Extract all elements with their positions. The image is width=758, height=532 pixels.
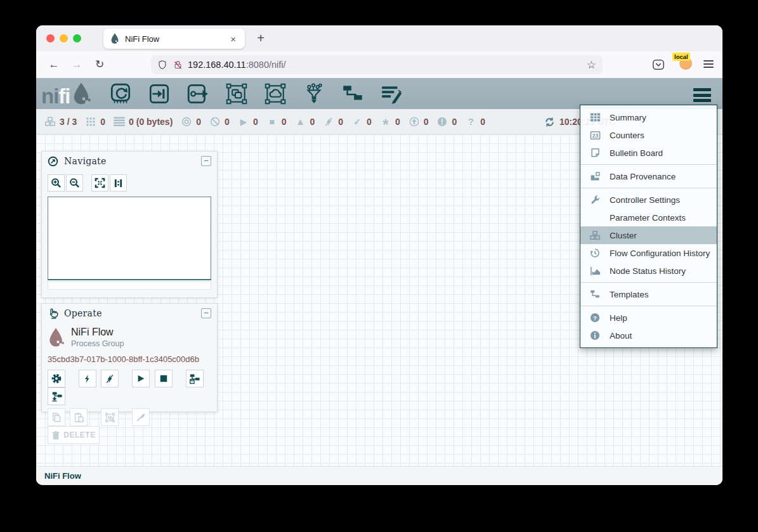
status-invalid: ▲ 0 bbox=[294, 117, 315, 127]
disable-button[interactable] bbox=[101, 370, 119, 387]
status-disabled: 0 bbox=[323, 117, 343, 127]
minimize-button[interactable] bbox=[60, 34, 68, 42]
zoom-fit-button[interactable] bbox=[91, 174, 108, 191]
status-stopped: ■ 0 bbox=[266, 117, 287, 127]
menu-item-data-provenance[interactable]: Data Provenance bbox=[580, 167, 717, 185]
menu-item-templates[interactable]: Templates bbox=[580, 285, 717, 303]
navigate-minimap-scrollbar[interactable] bbox=[48, 282, 211, 290]
paste-button[interactable] bbox=[70, 408, 88, 426]
nifi-drop-icon bbox=[72, 82, 91, 106]
enable-button[interactable] bbox=[79, 370, 96, 387]
menu-item-cluster[interactable]: Cluster bbox=[580, 226, 717, 244]
template-icon[interactable] bbox=[339, 81, 366, 107]
pocket-icon[interactable] bbox=[651, 58, 665, 72]
start-button[interactable] bbox=[132, 370, 150, 387]
configuration-button[interactable] bbox=[48, 370, 65, 387]
operate-panel-header[interactable]: Operate − bbox=[42, 304, 217, 323]
delete-button[interactable]: DELETE bbox=[48, 426, 100, 444]
tab-close-icon[interactable]: × bbox=[228, 33, 239, 45]
counters-icon: 23 bbox=[589, 131, 601, 140]
disabled-icon bbox=[323, 117, 334, 127]
threads-icon bbox=[85, 117, 96, 127]
container-badge: local bbox=[672, 53, 690, 61]
operate-panel-title: Operate bbox=[64, 308, 201, 318]
label-icon[interactable] bbox=[378, 81, 405, 107]
menu-divider bbox=[580, 164, 717, 165]
tab-strip: NiFi Flow × + bbox=[36, 25, 722, 51]
selection-id: 35cbd3b7-017b-1000-8bff-1c3405c00d6b bbox=[48, 354, 211, 364]
tab-title: NiFi Flow bbox=[125, 34, 228, 44]
locally-modified-and-stale-icon bbox=[436, 117, 448, 127]
close-button[interactable] bbox=[46, 34, 55, 42]
menu-item-parameter-contexts[interactable]: Parameter Contexts bbox=[580, 209, 717, 226]
operate-selection: NiFi Flow Process Group bbox=[48, 327, 211, 348]
navigate-panel-title: Navigate bbox=[64, 156, 201, 166]
navigate-collapse-button[interactable]: − bbox=[201, 156, 211, 166]
browser-navbar: ← → ↻ 192.168.40.11:8080/nifi/ ☆ local bbox=[36, 51, 722, 78]
node-status-history-icon bbox=[589, 266, 601, 276]
global-menu: Summary 23 Counters Bulletin Board bbox=[580, 105, 717, 348]
copy-button[interactable] bbox=[48, 408, 65, 426]
menu-item-about[interactable]: About bbox=[580, 327, 717, 344]
browser-tab[interactable]: NiFi Flow × bbox=[103, 29, 245, 49]
status-up-to-date: ✓ 0 bbox=[351, 117, 372, 127]
color-button[interactable] bbox=[132, 408, 150, 426]
menu-item-flow-configuration-history[interactable]: Flow Configuration History bbox=[580, 244, 717, 262]
menu-item-help[interactable]: ? Help bbox=[580, 309, 717, 327]
operate-buttons-row1 bbox=[48, 370, 211, 405]
nifi-favicon bbox=[110, 33, 120, 44]
address-bar[interactable]: 192.168.40.11:8080/nifi/ ☆ bbox=[151, 55, 603, 74]
menu-item-summary[interactable]: Summary bbox=[580, 108, 717, 126]
funnel-icon[interactable] bbox=[301, 81, 327, 107]
shield-icon[interactable] bbox=[157, 60, 167, 70]
queued-icon bbox=[114, 117, 125, 126]
save-template-button[interactable] bbox=[186, 370, 204, 387]
new-tab-button[interactable]: + bbox=[252, 30, 269, 47]
processor-icon[interactable] bbox=[107, 81, 134, 107]
breadcrumb[interactable]: NiFi Flow bbox=[44, 471, 81, 481]
menu-divider bbox=[580, 188, 717, 188]
nifi-global-menu-button[interactable] bbox=[693, 88, 711, 105]
group-button[interactable] bbox=[101, 408, 119, 426]
menu-divider bbox=[580, 306, 717, 306]
upload-template-button[interactable] bbox=[48, 387, 65, 405]
menu-item-controller-settings[interactable]: Controller Settings bbox=[580, 191, 717, 209]
selection-name: NiFi Flow bbox=[71, 327, 124, 338]
zoom-out-button[interactable] bbox=[66, 174, 83, 191]
process-group-drop-icon bbox=[48, 327, 64, 348]
insecure-lock-icon[interactable] bbox=[173, 60, 183, 70]
svg-text:?: ? bbox=[593, 315, 597, 321]
zoom-actual-size-button[interactable] bbox=[110, 174, 127, 191]
navigate-minimap[interactable] bbox=[48, 197, 211, 280]
navigate-compass-icon bbox=[48, 156, 58, 167]
zoom-in-button[interactable] bbox=[48, 174, 65, 191]
svg-text:23: 23 bbox=[592, 132, 598, 138]
forward-icon[interactable]: → bbox=[69, 56, 85, 73]
input-port-icon[interactable] bbox=[146, 81, 173, 107]
operate-hand-icon bbox=[48, 308, 58, 319]
about-icon bbox=[589, 330, 601, 341]
controller-settings-icon bbox=[589, 195, 601, 205]
menu-item-counters[interactable]: 23 Counters bbox=[580, 126, 717, 144]
status-running: ▶ 0 bbox=[238, 117, 258, 127]
status-cluster: 3 / 3 bbox=[44, 116, 77, 127]
navigate-panel-header[interactable]: Navigate − bbox=[42, 152, 217, 171]
process-group-icon[interactable] bbox=[223, 81, 250, 107]
remote-process-group-icon[interactable] bbox=[262, 81, 289, 107]
stop-button[interactable] bbox=[155, 370, 173, 387]
back-icon[interactable]: ← bbox=[46, 56, 62, 73]
browser-menu-icon[interactable] bbox=[703, 60, 714, 70]
bookmark-star-icon[interactable]: ☆ bbox=[587, 58, 596, 72]
invalid-icon: ▲ bbox=[294, 117, 306, 126]
reload-icon[interactable]: ↻ bbox=[91, 56, 108, 73]
zoom-button[interactable] bbox=[73, 34, 81, 42]
refresh-icon[interactable] bbox=[544, 117, 555, 127]
templates-icon bbox=[589, 289, 601, 299]
operate-collapse-button[interactable]: − bbox=[201, 308, 211, 318]
menu-item-node-status-history[interactable]: Node Status History bbox=[580, 262, 717, 280]
logo-ni: ni bbox=[41, 87, 58, 106]
menu-item-bulletin-board[interactable]: Bulletin Board bbox=[580, 144, 717, 162]
delete-label: DELETE bbox=[63, 431, 95, 439]
output-port-icon[interactable] bbox=[185, 81, 211, 107]
url-host: 192.168.40.11 bbox=[188, 60, 246, 70]
